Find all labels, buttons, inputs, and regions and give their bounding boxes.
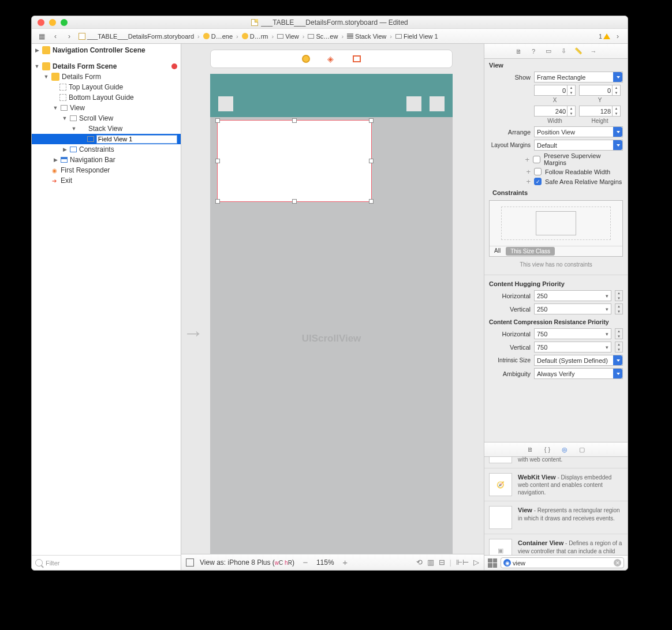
hugging-h-field[interactable]: 250 xyxy=(534,290,611,301)
filter-icon[interactable] xyxy=(35,559,43,567)
resolve-issues-icon[interactable]: ▷ xyxy=(473,558,479,567)
align-icon[interactable]: ⊟ xyxy=(439,558,445,567)
library-item[interactable]: with web content. xyxy=(484,457,628,468)
pin-icon[interactable]: ⊩⊢ xyxy=(456,558,469,567)
resize-handle[interactable] xyxy=(215,118,220,123)
object-library[interactable]: with web content. 🧭 WebKit View - Displa… xyxy=(484,457,628,555)
exit-dock-icon[interactable] xyxy=(353,55,361,62)
header-button-placeholder[interactable] xyxy=(406,96,421,111)
ambiguity-select[interactable]: Always Verify xyxy=(534,368,623,379)
next-issue-icon[interactable]: › xyxy=(611,31,624,42)
first-responder-dock-icon[interactable]: ◈ xyxy=(327,55,335,63)
constraints-sizeclass-tab[interactable]: This Size Class xyxy=(506,247,555,256)
add-margin-icon[interactable]: + xyxy=(489,177,531,186)
outline-item[interactable]: Scroll View xyxy=(79,114,113,122)
toggle-outline-icon[interactable] xyxy=(186,558,194,567)
forward-icon[interactable]: › xyxy=(63,31,76,42)
field-view-selected[interactable] xyxy=(217,120,372,202)
disclosure-icon[interactable] xyxy=(34,47,40,53)
file-inspector-tab-icon[interactable]: 🗎 xyxy=(513,46,524,57)
embed-in-icon[interactable]: ▥ xyxy=(427,558,434,567)
warning-icon[interactable] xyxy=(603,33,610,39)
show-select[interactable]: Frame Rectangle xyxy=(534,72,623,82)
code-snippet-tab-icon[interactable]: { } xyxy=(542,444,553,455)
compression-v-field[interactable]: 750 xyxy=(534,342,611,352)
outline-item[interactable]: Details Form xyxy=(62,73,101,81)
readable-width-checkbox[interactable] xyxy=(534,168,542,175)
library-search-field[interactable]: ◉ view ✕ xyxy=(501,557,624,568)
intrinsic-select[interactable]: Default (System Defined) xyxy=(534,355,623,366)
rename-field[interactable] xyxy=(96,135,177,144)
header-view[interactable] xyxy=(210,74,453,117)
outline-item[interactable]: Exit xyxy=(61,177,72,185)
identity-inspector-tab-icon[interactable]: ▭ xyxy=(543,46,554,57)
scroll-view-canvas[interactable]: UIScrollView xyxy=(217,149,446,528)
outline-item[interactable]: Top Layout Guide xyxy=(69,83,123,91)
zoom-icon[interactable] xyxy=(61,19,68,26)
object-library-tab-icon[interactable]: ◎ xyxy=(559,444,570,455)
update-frames-icon[interactable]: ⟲ xyxy=(416,558,423,567)
library-item[interactable]: ▣ Container View - Defines a region of a… xyxy=(484,534,628,555)
header-image-placeholder[interactable] xyxy=(218,96,233,111)
disclosure-icon[interactable] xyxy=(62,147,68,152)
disclosure-icon[interactable] xyxy=(43,74,49,80)
outline-item[interactable]: Details Form Scene xyxy=(53,62,117,70)
zoom-in-button[interactable]: + xyxy=(340,557,350,568)
file-template-tab-icon[interactable]: 🗎 xyxy=(524,444,536,455)
arrange-select[interactable]: Position View xyxy=(534,126,623,137)
add-margin-icon[interactable]: + xyxy=(489,167,531,176)
preserve-margins-checkbox[interactable] xyxy=(533,156,540,163)
resize-handle[interactable] xyxy=(215,159,220,163)
zoom-out-button[interactable]: − xyxy=(300,557,311,568)
outline-item[interactable]: First Responder xyxy=(61,166,110,174)
scene-dock[interactable]: ◈ xyxy=(210,50,453,68)
outline-item[interactable]: Bottom Layout Guide xyxy=(69,93,134,102)
zoom-level[interactable]: 115% xyxy=(316,558,334,567)
canvas-body[interactable]: → ◈ UIScrollView xyxy=(181,44,484,554)
outline-item[interactable]: Navigation Bar xyxy=(70,156,115,164)
back-icon[interactable]: ‹ xyxy=(49,31,62,42)
help-inspector-tab-icon[interactable]: ? xyxy=(528,46,539,57)
media-library-tab-icon[interactable]: ▢ xyxy=(576,444,588,455)
outline-item[interactable]: Stack View xyxy=(88,125,122,133)
disclosure-icon[interactable] xyxy=(53,105,58,111)
constraints-all-tab[interactable]: All xyxy=(490,246,505,256)
add-margin-icon[interactable]: + xyxy=(489,155,529,164)
resize-handle[interactable] xyxy=(369,199,374,204)
grid-view-icon[interactable] xyxy=(488,558,497,568)
resize-handle[interactable] xyxy=(369,118,374,123)
outline-item-selected[interactable] xyxy=(32,134,181,144)
width-field[interactable]: 240▲▼ xyxy=(534,106,576,117)
safe-area-checkbox[interactable]: ✓ xyxy=(534,178,542,185)
hugging-v-field[interactable]: 250 xyxy=(534,303,611,314)
disclosure-icon[interactable] xyxy=(71,126,77,132)
view-as-label[interactable]: View as: iPhone 8 Plus (wC hR) xyxy=(200,558,294,567)
minimize-icon[interactable] xyxy=(49,19,56,26)
library-item[interactable]: 🧭 WebKit View - Displays embedded web co… xyxy=(484,468,628,501)
x-field[interactable]: 0▲▼ xyxy=(534,85,576,96)
clear-search-icon[interactable]: ✕ xyxy=(614,559,621,567)
disclosure-icon[interactable] xyxy=(62,115,68,121)
jump-bar[interactable]: ___TABLE___DetailsForm.storyboard D…ene … xyxy=(77,33,443,40)
error-indicator-icon[interactable] xyxy=(171,63,177,69)
size-inspector-tab-icon[interactable]: 📏 xyxy=(573,46,584,57)
resize-handle[interactable] xyxy=(369,159,374,163)
close-icon[interactable] xyxy=(38,19,44,26)
outline-item[interactable]: View xyxy=(70,104,85,112)
constraints-diagram[interactable]: All This Size Class xyxy=(489,200,623,257)
related-items-icon[interactable]: ▦ xyxy=(35,31,48,42)
resize-handle[interactable] xyxy=(215,199,220,204)
filter-placeholder[interactable]: Filter xyxy=(46,560,59,567)
viewcontroller-dock-icon[interactable] xyxy=(302,55,310,63)
compression-h-field[interactable]: 750 xyxy=(534,328,611,339)
search-scope-icon[interactable]: ◉ xyxy=(503,559,511,567)
resize-handle[interactable] xyxy=(292,199,297,204)
attributes-inspector-tab-icon[interactable]: ⇩ xyxy=(558,46,569,57)
height-field[interactable]: 128▲▼ xyxy=(579,106,621,117)
resize-handle[interactable] xyxy=(292,118,297,123)
library-item[interactable]: View - Represents a rectangular region i… xyxy=(484,501,628,534)
disclosure-icon[interactable] xyxy=(34,63,40,69)
outline-item[interactable]: Navigation Controller Scene xyxy=(53,46,145,54)
y-field[interactable]: 0▲▼ xyxy=(579,85,621,96)
header-button-placeholder[interactable] xyxy=(430,96,445,111)
